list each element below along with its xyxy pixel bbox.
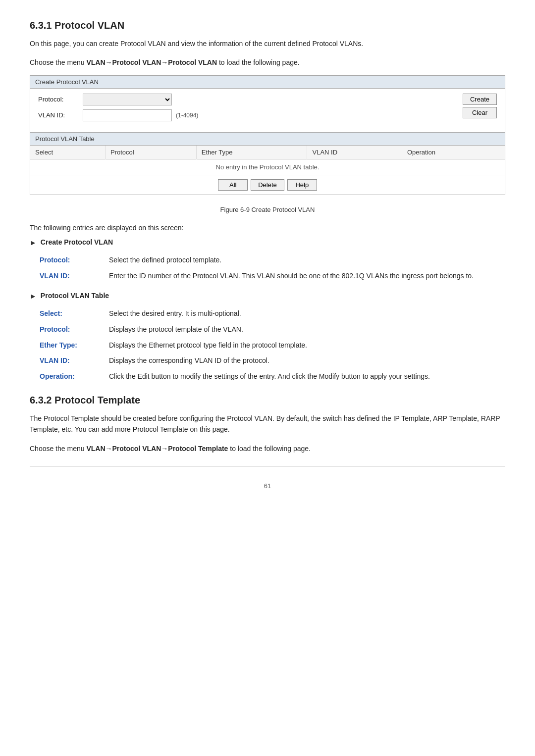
create-form-body: Protocol: VLAN ID: (1-4094) Create Clear [30,89,505,132]
section2-intro: The Protocol Template should be created … [30,413,505,435]
field-row-protocol2: Protocol: Displays the protocol template… [40,322,515,338]
vlan-id-hint: (1-4094) [176,112,198,119]
field-name-protocol: Protocol: [40,252,109,268]
subsection-table-title: Protocol VLAN Table [41,292,109,300]
create-fields-table: Protocol: Select the defined protocol te… [40,252,515,284]
table-fields-table: Select: Select the desired entry. It is … [40,306,515,384]
protocol-select[interactable] [83,94,172,105]
field-desc-protocol: Select the defined protocol template. [109,252,515,268]
all-button[interactable]: All [218,179,248,191]
delete-button[interactable]: Delete [251,179,284,191]
field-row-select: Select: Select the desired entry. It is … [40,306,515,322]
vlan-id-label: VLAN ID: [38,111,83,119]
field-name-ether-type: Ether Type: [40,338,109,353]
description-section: The following entries are displayed on t… [30,222,505,385]
subsection-create-heading: ► Create Protocol VLAN [30,238,505,247]
col-ether-type: Ether Type [196,146,307,159]
create-protocol-vlan-form: Create Protocol VLAN Protocol: VLAN ID: … [30,75,505,133]
empty-row: No entry in the Protocol VLAN table. [30,159,505,175]
subsection-table-heading: ► Protocol VLAN Table [30,292,505,300]
clear-button[interactable]: Clear [463,107,497,118]
empty-message: No entry in the Protocol VLAN table. [30,159,505,175]
menu-bold: VLAN→Protocol VLAN→Protocol VLAN [86,58,217,66]
divider [30,466,505,466]
menu2-suffix: to load the following page. [228,445,311,453]
field-name-protocol2: Protocol: [40,322,109,338]
arrow-icon-1: ► [30,239,37,247]
protocol-vlan-table: Select Protocol Ether Type VLAN ID Opera… [30,146,505,175]
menu2-prefix: Choose the menu [30,445,86,453]
col-select: Select [30,146,106,159]
table-header-row: Select Protocol Ether Type VLAN ID Opera… [30,146,505,159]
field-row-ether-type: Ether Type: Displays the Ethernet protoc… [40,338,515,353]
field-desc-select: Select the desired entry. It is multi-op… [109,306,515,322]
menu-instruction-632: Choose the menu VLAN→Protocol VLAN→Proto… [30,443,505,454]
col-vlan-id: VLAN ID [307,146,402,159]
field-name-select: Select: [40,306,109,322]
field-name-operation: Operation: [40,369,109,385]
arrow-icon-2: ► [30,292,37,300]
field-desc-ether-type: Displays the Ethernet protocol type fiel… [109,338,515,353]
table-footer: All Delete Help [30,175,505,195]
table-header: Protocol VLAN Table [30,133,505,146]
protocol-vlan-table-box: Protocol VLAN Table Select Protocol Ethe… [30,133,505,195]
vlan-id-input[interactable] [83,109,172,121]
page-number: 61 [30,481,505,492]
help-button[interactable]: Help [287,179,317,191]
field-desc-vlan-id: Enter the ID number of the Protocol VLAN… [109,268,515,284]
field-row-operation: Operation: Click the Edit button to modi… [40,369,515,385]
vlan-id-row: VLAN ID: (1-4094) [38,109,497,121]
col-operation: Operation [402,146,505,159]
intro-text: On this page, you can create Protocol VL… [30,38,505,49]
field-row-vlan-id2: VLAN ID: Displays the corresponding VLAN… [40,353,515,369]
figure-caption: Figure 6-9 Create Protocol VLAN [30,205,505,215]
subsection-create-title: Create Protocol VLAN [41,238,113,246]
protocol-row: Protocol: [38,94,497,105]
following-entries-text: The following entries are displayed on t… [30,222,505,233]
create-button[interactable]: Create [463,94,497,105]
field-row-vlan-id: VLAN ID: Enter the ID number of the Prot… [40,268,515,284]
menu2-bold: VLAN→Protocol VLAN→Protocol Template [86,445,228,453]
field-desc-protocol2: Displays the protocol template of the VL… [109,322,515,338]
section-title-632: 6.3.2 Protocol Template [30,395,505,406]
field-desc-vlan-id2: Displays the corresponding VLAN ID of th… [109,353,515,369]
section-title-631: 6.3.1 Protocol VLAN [30,20,505,31]
protocol-label: Protocol: [38,96,83,103]
field-name-vlan-id: VLAN ID: [40,268,109,284]
field-desc-operation: Click the Edit button to modify the sett… [109,369,515,385]
menu-instruction-631: Choose the menu VLAN→Protocol VLAN→Proto… [30,57,505,68]
create-form-header: Create Protocol VLAN [30,76,505,89]
menu-suffix: to load the following page. [217,58,300,66]
col-protocol: Protocol [106,146,197,159]
field-name-vlan-id2: VLAN ID: [40,353,109,369]
form-buttons: Create Clear [463,94,497,118]
menu-prefix: Choose the menu [30,58,86,66]
field-row-protocol: Protocol: Select the defined protocol te… [40,252,515,268]
